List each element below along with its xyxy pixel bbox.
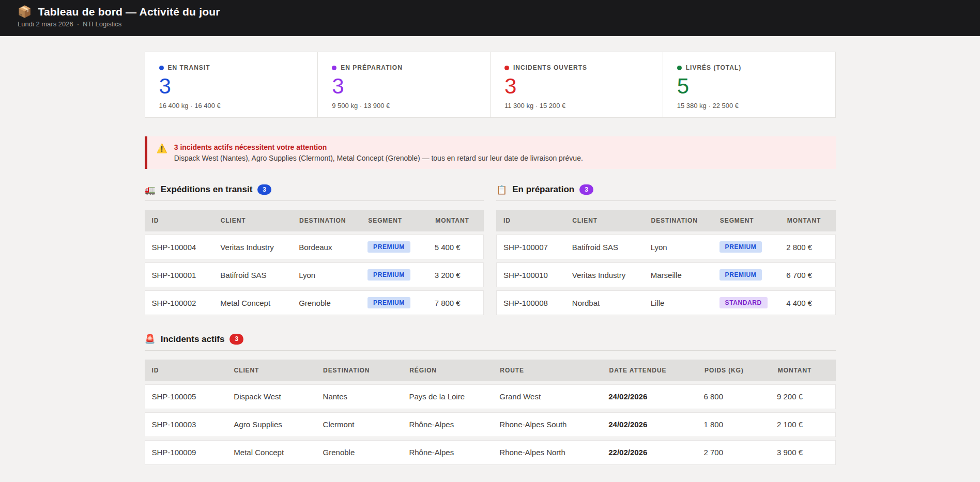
cell: 2 700 bbox=[697, 448, 770, 457]
section-header: 🚨 Incidents actifs 3 bbox=[145, 334, 836, 350]
table-row: SHP-100008NordbatLilleSTANDARD4 400 € bbox=[496, 290, 836, 315]
kpi-value: 3 bbox=[332, 75, 476, 97]
alert-title: 3 incidents actifs nécessitent votre att… bbox=[174, 143, 583, 151]
page-subtitle: Lundi 2 mars 2026 · NTI Logistics bbox=[18, 20, 962, 28]
incidents-alert-banner: ⚠️ 3 incidents actifs nécessitent votre … bbox=[145, 136, 836, 169]
cell-segment: STANDARD bbox=[713, 297, 780, 308]
cell: 6 700 € bbox=[779, 271, 835, 279]
column-header: MONTANT bbox=[428, 217, 484, 224]
cell: 5 400 € bbox=[428, 243, 483, 252]
cell: 22/02/2026 bbox=[602, 448, 697, 457]
cell: 2 800 € bbox=[779, 243, 835, 252]
table-header-row: IDCLIENTDESTINATIONSEGMENTMONTANT bbox=[496, 210, 836, 231]
column-header: CLIENT bbox=[565, 217, 644, 224]
cell: Veritas Industry bbox=[565, 271, 644, 279]
company-name: NTI Logistics bbox=[83, 20, 121, 28]
siren-icon: 🚨 bbox=[145, 335, 156, 344]
cell-segment: PREMIUM bbox=[713, 269, 780, 281]
segment-badge: STANDARD bbox=[719, 297, 768, 308]
cell: Lyon bbox=[292, 271, 361, 279]
cell: Bordeaux bbox=[292, 243, 361, 252]
cell: Rhône-Alpes bbox=[402, 448, 493, 457]
clipboard-icon: 📋 bbox=[496, 185, 507, 194]
cell: Rhone-Alpes South bbox=[493, 420, 602, 429]
cell: Veritas Industry bbox=[213, 243, 292, 252]
cell: Nordbat bbox=[565, 299, 644, 307]
cell: Clermont bbox=[316, 420, 403, 429]
status-dot-purple bbox=[332, 66, 336, 70]
column-header: RÉGION bbox=[402, 367, 493, 374]
cell: SHP-100009 bbox=[145, 448, 227, 457]
kpi-value: 3 bbox=[504, 75, 649, 97]
table-row: SHP-100004Veritas IndustryBordeauxPREMIU… bbox=[145, 235, 484, 259]
column-header: CLIENT bbox=[213, 217, 292, 224]
segment-badge: PREMIUM bbox=[719, 241, 762, 253]
cell: 1 800 bbox=[697, 420, 770, 429]
cell: Metal Concept bbox=[213, 299, 292, 307]
kpi-detail: 15 380 kg · 22 500 € bbox=[677, 102, 821, 110]
section-title: Expéditions en transit bbox=[161, 184, 253, 195]
cell: Rhone-Alpes North bbox=[493, 448, 602, 457]
warning-icon: ⚠️ bbox=[157, 143, 167, 154]
cell: SHP-100010 bbox=[497, 271, 565, 279]
cell: Marseille bbox=[644, 271, 713, 279]
column-header: MONTANT bbox=[771, 367, 836, 374]
cell-segment: PREMIUM bbox=[361, 269, 428, 281]
kpi-label: LIVRÉS (TOTAL) bbox=[686, 64, 742, 71]
cell-segment: PREMIUM bbox=[361, 297, 428, 308]
kpi-card-en-transit: EN TRANSIT 3 16 400 kg · 16 400 € bbox=[145, 52, 318, 117]
kpi-detail: 11 300 kg · 15 200 € bbox=[504, 102, 649, 110]
cell-segment: PREMIUM bbox=[361, 241, 428, 253]
column-header: ID bbox=[496, 217, 565, 224]
cell: SHP-100001 bbox=[145, 271, 214, 279]
section-expeditions-en-transit: 🚛 Expéditions en transit 3 IDCLIENTDESTI… bbox=[145, 184, 484, 318]
table-body: SHP-100005Dispack WestNantesPays de la L… bbox=[145, 384, 836, 465]
top-bar: 📦 Tableau de bord — Activité du jour Lun… bbox=[0, 0, 980, 36]
table-row: SHP-100010Veritas IndustryMarseillePREMI… bbox=[496, 262, 836, 287]
kpi-label: INCIDENTS OUVERTS bbox=[513, 64, 587, 71]
cell: Grenoble bbox=[316, 448, 403, 457]
table-body: SHP-100004Veritas IndustryBordeauxPREMIU… bbox=[145, 235, 484, 315]
table-row: SHP-100007Batifroid SASLyonPREMIUM2 800 … bbox=[496, 235, 836, 259]
section-title: Incidents actifs bbox=[161, 334, 225, 345]
table-body: SHP-100007Batifroid SASLyonPREMIUM2 800 … bbox=[496, 235, 836, 315]
table-header-row: IDCLIENTDESTINATIONSEGMENTMONTANT bbox=[145, 210, 484, 231]
column-header: ID bbox=[145, 367, 227, 374]
cell: Dispack West bbox=[227, 392, 316, 401]
cell: Lille bbox=[644, 299, 713, 307]
kpi-label: EN PRÉPARATION bbox=[341, 64, 403, 71]
cell: Rhône-Alpes bbox=[402, 420, 493, 429]
kpi-detail: 16 400 kg · 16 400 € bbox=[159, 102, 304, 110]
table-row: SHP-100001Batifroid SASLyonPREMIUM3 200 … bbox=[145, 262, 484, 287]
cell: Nantes bbox=[316, 392, 403, 401]
kpi-card-en-preparation: EN PRÉPARATION 3 9 500 kg · 13 900 € bbox=[317, 52, 490, 117]
column-header: CLIENT bbox=[227, 367, 316, 374]
cell: SHP-100003 bbox=[145, 420, 227, 429]
cell: Grenoble bbox=[292, 299, 361, 307]
cell: SHP-100008 bbox=[497, 299, 565, 307]
column-header: SEGMENT bbox=[713, 217, 780, 224]
column-header: DESTINATION bbox=[644, 217, 713, 224]
column-header: DESTINATION bbox=[316, 367, 402, 374]
incidents-table: IDCLIENTDESTINATIONRÉGIONROUTEDATE ATTEN… bbox=[145, 360, 836, 465]
alert-description: Dispack West (Nantes), Agro Supplies (Cl… bbox=[174, 154, 583, 162]
cell: Lyon bbox=[644, 243, 713, 252]
dashboard-content: EN TRANSIT 3 16 400 kg · 16 400 € EN PRÉ… bbox=[145, 52, 836, 465]
current-date: Lundi 2 mars 2026 bbox=[18, 20, 73, 28]
section-header: 📋 En préparation 3 bbox=[496, 184, 836, 201]
cell: 3 200 € bbox=[428, 271, 483, 279]
table-row: SHP-100005Dispack WestNantesPays de la L… bbox=[145, 384, 836, 409]
cell: 6 800 bbox=[697, 392, 770, 401]
count-badge: 3 bbox=[229, 334, 243, 344]
cell: 24/02/2026 bbox=[602, 420, 697, 429]
truck-icon: 🚛 bbox=[145, 185, 156, 194]
cell: 24/02/2026 bbox=[602, 392, 697, 401]
cell: Batifroid SAS bbox=[565, 243, 644, 252]
preparation-table: IDCLIENTDESTINATIONSEGMENTMONTANT SHP-10… bbox=[496, 210, 836, 315]
segment-badge: PREMIUM bbox=[368, 241, 410, 253]
kpi-label: EN TRANSIT bbox=[168, 64, 210, 71]
table-row: SHP-100009Metal ConceptGrenobleRhône-Alp… bbox=[145, 440, 836, 465]
cell: 7 800 € bbox=[428, 299, 483, 307]
cell: 2 100 € bbox=[770, 420, 835, 429]
column-header: DATE ATTENDUE bbox=[602, 367, 698, 374]
